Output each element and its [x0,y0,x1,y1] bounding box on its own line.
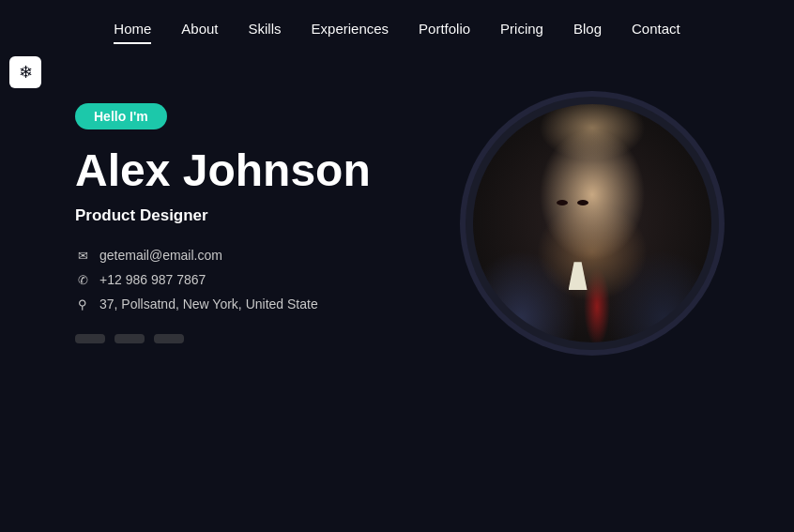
email-row: ✉ getemail@email.com [75,248,466,263]
nav-about[interactable]: About [181,17,218,40]
contact-info: ✉ getemail@email.com ✆ +12 986 987 7867 … [75,248,466,312]
location-icon: ⚲ [75,297,90,312]
social-links [75,334,466,343]
bottom-fade [0,419,794,532]
hero-name: Alex Johnson [75,146,466,196]
nav-pricing[interactable]: Pricing [500,17,543,40]
nav-portfolio[interactable]: Portfolio [419,17,470,40]
hero-title: Product Designer [75,206,466,225]
nav-experiences[interactable]: Experiences [312,17,389,40]
phone-row: ✆ +12 986 987 7867 [75,272,466,287]
social-link-1[interactable] [75,334,105,343]
avatar-outer [466,97,719,350]
hero-content: Hello I'm Alex Johnson Product Designer … [75,103,466,344]
email-icon: ✉ [75,249,90,263]
address-value: 37, Pollsatnd, New York, United State [99,296,318,312]
snowflake-icon: ❄ [19,62,33,83]
nav-home[interactable]: Home [114,17,151,40]
nav-contact[interactable]: Contact [632,17,680,40]
email-value: getemail@email.com [99,248,222,263]
social-link-2[interactable] [115,334,145,343]
hero-section: Hello I'm Alex Johnson Product Designer … [0,68,794,350]
navigation: Home About Skills Experiences Portfolio … [0,0,794,50]
hello-badge: Hello I'm [75,103,167,129]
avatar-image [473,104,711,342]
nav-skills[interactable]: Skills [249,17,282,40]
social-link-3[interactable] [154,334,184,343]
address-row: ⚲ 37, Pollsatnd, New York, United State [75,296,466,312]
phone-icon: ✆ [75,273,90,287]
nav-blog[interactable]: Blog [573,17,602,40]
hero-avatar-container [466,97,719,350]
logo-button[interactable]: ❄ [9,56,41,88]
phone-value: +12 986 987 7867 [99,272,206,287]
